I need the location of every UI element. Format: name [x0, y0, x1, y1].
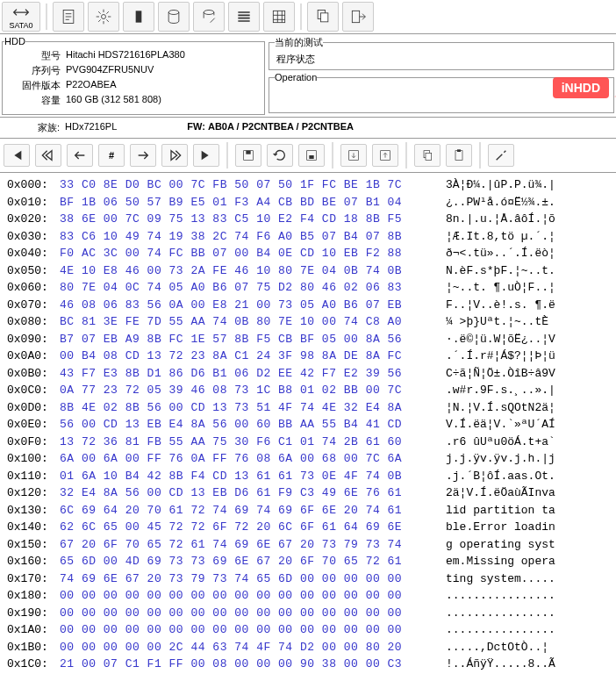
hex-ascii[interactable]: V.Í.ëä¦V.`»ªU´AÍ: [446, 416, 555, 434]
hex-row[interactable]: 0x0C0:0A 77 23 72 05 39 46 08 73 1C B8 0…: [7, 382, 609, 399]
hex-row[interactable]: 0x000:33 C0 8E D0 BC 00 7C FB 50 07 50 1…: [7, 176, 609, 194]
hex-ascii[interactable]: ¿..PW¹å.ó¤Ë½¾.±.: [446, 194, 555, 212]
hex-ascii[interactable]: .´.Í.r#¦Á$?¦¦Þ¦ü: [446, 348, 555, 365]
first-button[interactable]: [4, 144, 30, 167]
hex-ascii[interactable]: 8n.|.u.¦Å.âôÍ.¦õ: [446, 211, 555, 228]
hex-bytes[interactable]: 46 08 06 83 56 0A 00 E8 21 00 73 05 A0 B…: [60, 297, 446, 314]
hex-bytes[interactable]: 13 72 36 81 FB 55 AA 75 30 F6 C1 01 74 2…: [60, 434, 446, 451]
hex-bytes[interactable]: 62 6C 65 00 45 72 72 6F 72 20 6C 6F 61 6…: [60, 519, 446, 536]
save-button[interactable]: [235, 144, 261, 167]
hex-row[interactable]: 0x160:65 6D 00 4D 69 73 73 69 6E 67 20 6…: [7, 553, 609, 570]
hex-ascii[interactable]: j.j.ÿv.ÿv.j.h.|j: [446, 450, 555, 468]
hex-bytes[interactable]: 00 00 00 00 00 00 00 00 00 00 00 00 00 0…: [60, 605, 446, 622]
hex-row[interactable]: 0x010:BF 1B 06 50 57 B9 E5 01 F3 A4 CB B…: [7, 194, 609, 212]
hex-ascii[interactable]: F..¦V..è!.s. ¶.ë: [446, 297, 555, 314]
hex-row[interactable]: 0x120:32 E4 8A 56 00 CD 13 EB D6 61 F9 C…: [7, 484, 609, 502]
hex-row[interactable]: 0x0F0:13 72 36 81 FB 55 AA 75 30 F6 C1 0…: [7, 434, 609, 451]
hex-bytes[interactable]: BF 1B 06 50 57 B9 E5 01 F3 A4 CB BD BE 0…: [60, 194, 446, 212]
hex-ascii[interactable]: ð¬<.tü»..´.Í.ëò¦: [446, 245, 555, 262]
next-button[interactable]: [161, 144, 188, 167]
forward-button[interactable]: [130, 144, 156, 167]
hex-ascii[interactable]: .....,DctOtÒ..¦: [446, 639, 555, 656]
gear-icon[interactable]: [88, 2, 119, 32]
hex-bytes[interactable]: 65 6D 00 4D 69 73 73 69 6E 67 20 6F 70 6…: [60, 553, 446, 570]
hex-row[interactable]: 0x140:62 6C 65 00 45 72 72 6F 72 20 6C 6…: [7, 519, 609, 536]
hex-ascii[interactable]: ¦Æ.It.8,tö µ.´.¦: [446, 228, 555, 246]
hex-bytes[interactable]: 8B 4E 02 8B 56 00 CD 13 73 51 4F 74 4E 3…: [60, 399, 446, 417]
hex-bytes[interactable]: F0 AC 3C 00 74 FC BB 07 00 B4 0E CD 10 E…: [60, 245, 446, 262]
refresh-button[interactable]: [267, 144, 293, 167]
hex-row[interactable]: 0x020:38 6E 00 7C 09 75 13 83 C5 10 E2 F…: [7, 211, 609, 228]
hex-bytes[interactable]: 00 00 00 00 00 2C 44 63 74 4F 74 D2 00 0…: [60, 639, 446, 656]
hex-bytes[interactable]: 6A 00 6A 00 FF 76 0A FF 76 08 6A 00 68 0…: [60, 450, 446, 468]
bars-icon[interactable]: [228, 2, 260, 32]
sata-button[interactable]: SATA0: [2, 2, 40, 32]
hex-bytes[interactable]: 56 00 CD 13 EB E4 8A 56 00 60 BB AA 55 B…: [60, 416, 446, 434]
hex-bytes[interactable]: 38 6E 00 7C 09 75 13 83 C5 10 E2 F4 CD 1…: [60, 211, 446, 228]
hex-ascii[interactable]: !..ÁñÿŸ.....8..Ã: [446, 656, 555, 673]
hex-row[interactable]: 0x130:6C 69 64 20 70 61 72 74 69 74 69 6…: [7, 502, 609, 520]
hex-row[interactable]: 0x0D0:8B 4E 02 8B 56 00 CD 13 73 51 4F 7…: [7, 399, 609, 417]
hex-row[interactable]: 0x0E0:56 00 CD 13 EB E4 8A 56 00 60 BB A…: [7, 416, 609, 434]
hex-bytes[interactable]: 67 20 6F 70 65 72 61 74 69 6E 67 20 73 7…: [60, 536, 446, 554]
hex-row[interactable]: 0x110:01 6A 10 B4 42 8B F4 CD 13 61 61 7…: [7, 468, 609, 485]
hex-ascii[interactable]: ................: [446, 605, 555, 622]
hex-ascii[interactable]: N.èF.s*þF.¦~..t.: [446, 262, 555, 280]
hex-ascii[interactable]: .j.´B¦ôÍ.aas.Ot.: [446, 468, 555, 485]
hex-ascii[interactable]: ¦N.¦V.Í.sQOtN2ä¦: [446, 399, 555, 417]
hex-bytes[interactable]: 6C 69 64 20 70 61 72 74 69 74 69 6F 6E 2…: [60, 502, 446, 520]
hex-bytes[interactable]: 21 00 07 C1 F1 FF 00 08 00 00 00 90 38 0…: [60, 656, 446, 673]
hex-bytes[interactable]: 80 7E 04 0C 74 05 A0 B6 07 75 D2 80 46 0…: [60, 279, 446, 297]
import-button[interactable]: [340, 144, 367, 167]
hex-ascii[interactable]: .r6 ûUªu0öÁ.t+a`: [446, 434, 555, 451]
hex-bytes[interactable]: 00 B4 08 CD 13 72 23 8A C1 24 3F 98 8A D…: [60, 348, 446, 365]
db-icon[interactable]: [158, 2, 190, 32]
copy-icon[interactable]: [307, 2, 339, 32]
hex-row[interactable]: 0x0B0:43 F7 E3 8B D1 86 D6 B1 06 D2 EE 4…: [7, 365, 609, 383]
hex-bytes[interactable]: 43 F7 E3 8B D1 86 D6 B1 06 D2 EE 42 F7 E…: [60, 365, 446, 383]
hex-ascii[interactable]: 3À¦Ð¼.|ûP.P.ü¾.|: [446, 176, 555, 194]
grid-icon[interactable]: [263, 2, 295, 32]
hex-ascii[interactable]: .w#r.9F.s.¸..».|: [446, 382, 555, 399]
hex-ascii[interactable]: ¼ >þ}Uªt.¦~..tÈ: [446, 313, 555, 331]
tools-button[interactable]: [488, 144, 514, 167]
chip-icon[interactable]: [123, 2, 154, 32]
hex-row[interactable]: 0x030:83 C6 10 49 74 19 38 2C 74 F6 A0 B…: [7, 228, 609, 246]
doc-icon[interactable]: [53, 2, 84, 32]
goto-button[interactable]: #: [98, 144, 125, 167]
save2-button[interactable]: [298, 144, 325, 167]
hex-ascii[interactable]: ¦~..t. ¶.uÒ¦F..¦: [446, 279, 555, 297]
hex-bytes[interactable]: 01 6A 10 B4 42 8B F4 CD 13 61 61 73 0E 4…: [60, 468, 446, 485]
hex-row[interactable]: 0x100:6A 00 6A 00 FF 76 0A FF 76 08 6A 0…: [7, 450, 609, 468]
prev-button[interactable]: [35, 144, 61, 167]
hex-row[interactable]: 0x180:00 00 00 00 00 00 00 00 00 00 00 0…: [7, 587, 609, 605]
hex-row[interactable]: 0x190:00 00 00 00 00 00 00 00 00 00 00 0…: [7, 605, 609, 622]
hex-bytes[interactable]: 74 69 6E 67 20 73 79 73 74 65 6D 00 00 0…: [60, 570, 446, 588]
hex-row[interactable]: 0x1A0:00 00 00 00 00 00 00 00 00 00 00 0…: [7, 621, 609, 639]
hex-row[interactable]: 0x1B0:00 00 00 00 00 2C 44 63 74 4F 74 D…: [7, 639, 609, 656]
copy-hex-button[interactable]: [414, 144, 441, 167]
hex-ascii[interactable]: 2ä¦V.Í.ëÖaùÃInva: [446, 484, 555, 502]
hex-bytes[interactable]: 00 00 00 00 00 00 00 00 00 00 00 00 00 0…: [60, 587, 446, 605]
hex-ascii[interactable]: lid partition ta: [446, 502, 555, 520]
hex-bytes[interactable]: B7 07 EB A9 8B FC 1E 57 8B F5 CB BF 05 0…: [60, 331, 446, 348]
hex-ascii[interactable]: em.Missing opera: [446, 553, 555, 570]
hex-ascii[interactable]: ·.ë©¦ü.W¦õË¿..¦V: [446, 331, 555, 348]
hex-row[interactable]: 0x060:80 7E 04 0C 74 05 A0 B6 07 75 D2 8…: [7, 279, 609, 297]
hex-bytes[interactable]: 00 00 00 00 00 00 00 00 00 00 00 00 00 0…: [60, 621, 446, 639]
hex-viewer[interactable]: 0x000:33 C0 8E D0 BC 00 7C FB 50 07 50 1…: [0, 173, 616, 674]
hex-ascii[interactable]: ................: [446, 587, 555, 605]
hex-bytes[interactable]: 33 C0 8E D0 BC 00 7C FB 50 07 50 1F FC B…: [60, 176, 446, 194]
hex-bytes[interactable]: 32 E4 8A 56 00 CD 13 EB D6 61 F9 C3 49 6…: [60, 484, 446, 502]
hex-ascii[interactable]: C÷ã¦Ñ¦Ö±.ÒîB÷â9V: [446, 365, 555, 383]
hex-row[interactable]: 0x0A0:00 B4 08 CD 13 72 23 8A C1 24 3F 9…: [7, 348, 609, 365]
hex-row[interactable]: 0x080:BC 81 3E FE 7D 55 AA 74 0B 80 7E 1…: [7, 313, 609, 331]
hex-row[interactable]: 0x1C0:21 00 07 C1 F1 FF 00 08 00 00 00 9…: [7, 656, 609, 673]
exit-icon[interactable]: [342, 2, 374, 32]
last-button[interactable]: [193, 144, 219, 167]
hex-bytes[interactable]: BC 81 3E FE 7D 55 AA 74 0B 80 7E 10 00 7…: [60, 313, 446, 331]
hex-bytes[interactable]: 83 C6 10 49 74 19 38 2C 74 F6 A0 B5 07 B…: [60, 228, 446, 246]
hex-row[interactable]: 0x170:74 69 6E 67 20 73 79 73 74 65 6D 0…: [7, 570, 609, 588]
hex-row[interactable]: 0x150:67 20 6F 70 65 72 61 74 69 6E 67 2…: [7, 536, 609, 554]
paste-button[interactable]: [446, 144, 472, 167]
